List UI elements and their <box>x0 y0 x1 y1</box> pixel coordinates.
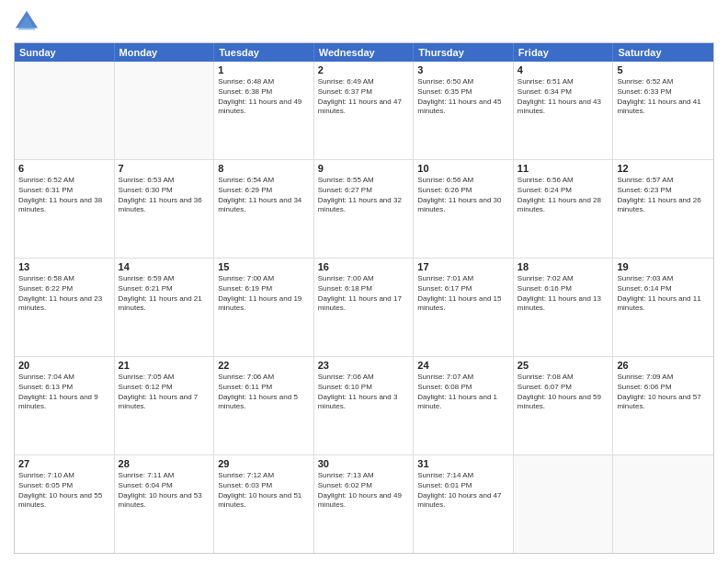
header-day-monday: Monday <box>115 43 215 62</box>
day-cell-12: 12Sunrise: 6:57 AM Sunset: 6:23 PM Dayli… <box>613 160 713 258</box>
day-number: 1 <box>218 64 310 75</box>
calendar-body: 1Sunrise: 6:48 AM Sunset: 6:38 PM Daylig… <box>15 62 713 553</box>
day-number: 5 <box>617 64 710 75</box>
header-day-wednesday: Wednesday <box>314 43 415 62</box>
calendar-header: SundayMondayTuesdayWednesdayThursdayFrid… <box>15 43 713 62</box>
day-number: 3 <box>417 64 509 75</box>
day-number: 24 <box>417 360 509 371</box>
day-number: 19 <box>617 261 710 272</box>
calendar-row-4: 27Sunrise: 7:10 AM Sunset: 6:05 PM Dayli… <box>15 454 713 553</box>
cell-info: Sunrise: 7:06 AM Sunset: 6:10 PM Dayligh… <box>318 373 410 412</box>
cell-info: Sunrise: 6:59 AM Sunset: 6:21 PM Dayligh… <box>119 274 210 314</box>
day-cell-13: 13Sunrise: 6:58 AM Sunset: 6:22 PM Dayli… <box>15 259 115 356</box>
day-cell-7: 7Sunrise: 6:53 AM Sunset: 6:30 PM Daylig… <box>115 160 215 258</box>
cell-info: Sunrise: 6:53 AM Sunset: 6:30 PM Dayligh… <box>119 176 210 215</box>
calendar-row-0: 1Sunrise: 6:48 AM Sunset: 6:38 PM Daylig… <box>15 62 713 159</box>
cell-info: Sunrise: 6:58 AM Sunset: 6:22 PM Dayligh… <box>18 274 110 314</box>
header-day-thursday: Thursday <box>414 43 514 62</box>
day-number: 6 <box>18 163 110 174</box>
day-number: 31 <box>417 458 509 469</box>
day-cell-9: 9Sunrise: 6:55 AM Sunset: 6:27 PM Daylig… <box>314 160 415 258</box>
empty-cell <box>115 62 215 159</box>
cell-info: Sunrise: 7:03 AM Sunset: 6:14 PM Dayligh… <box>617 274 710 314</box>
cell-info: Sunrise: 6:49 AM Sunset: 6:37 PM Dayligh… <box>318 77 410 117</box>
day-number: 15 <box>218 261 310 272</box>
cell-info: Sunrise: 7:00 AM Sunset: 6:19 PM Dayligh… <box>218 274 310 314</box>
day-cell-3: 3Sunrise: 6:50 AM Sunset: 6:35 PM Daylig… <box>414 62 514 159</box>
day-number: 17 <box>417 261 509 272</box>
logo <box>14 9 43 35</box>
day-cell-27: 27Sunrise: 7:10 AM Sunset: 6:05 PM Dayli… <box>15 455 115 553</box>
header-day-tuesday: Tuesday <box>214 43 314 62</box>
cell-info: Sunrise: 6:48 AM Sunset: 6:38 PM Dayligh… <box>218 77 310 117</box>
day-cell-19: 19Sunrise: 7:03 AM Sunset: 6:14 PM Dayli… <box>613 259 713 356</box>
day-cell-17: 17Sunrise: 7:01 AM Sunset: 6:17 PM Dayli… <box>414 259 514 356</box>
cell-info: Sunrise: 6:57 AM Sunset: 6:23 PM Dayligh… <box>617 176 710 215</box>
day-number: 26 <box>617 360 710 371</box>
day-cell-28: 28Sunrise: 7:11 AM Sunset: 6:04 PM Dayli… <box>115 455 215 553</box>
day-number: 8 <box>218 163 310 174</box>
day-cell-24: 24Sunrise: 7:07 AM Sunset: 6:08 PM Dayli… <box>414 357 514 454</box>
cell-info: Sunrise: 7:04 AM Sunset: 6:13 PM Dayligh… <box>18 373 110 412</box>
cell-info: Sunrise: 6:52 AM Sunset: 6:31 PM Dayligh… <box>18 176 110 215</box>
cell-info: Sunrise: 6:55 AM Sunset: 6:27 PM Dayligh… <box>318 176 410 215</box>
header-day-sunday: Sunday <box>15 43 115 62</box>
day-cell-30: 30Sunrise: 7:13 AM Sunset: 6:02 PM Dayli… <box>314 455 415 553</box>
day-number: 25 <box>518 360 609 371</box>
cell-info: Sunrise: 7:00 AM Sunset: 6:18 PM Dayligh… <box>318 274 410 314</box>
day-cell-29: 29Sunrise: 7:12 AM Sunset: 6:03 PM Dayli… <box>214 455 314 553</box>
day-cell-22: 22Sunrise: 7:06 AM Sunset: 6:11 PM Dayli… <box>214 357 314 454</box>
day-number: 28 <box>119 458 210 469</box>
day-number: 2 <box>318 64 410 75</box>
header <box>14 9 714 35</box>
day-cell-23: 23Sunrise: 7:06 AM Sunset: 6:10 PM Dayli… <box>314 357 415 454</box>
cell-info: Sunrise: 7:10 AM Sunset: 6:05 PM Dayligh… <box>18 471 110 511</box>
day-number: 11 <box>518 163 609 174</box>
day-number: 14 <box>119 261 210 272</box>
cell-info: Sunrise: 6:51 AM Sunset: 6:34 PM Dayligh… <box>518 77 609 117</box>
day-number: 9 <box>318 163 410 174</box>
day-number: 16 <box>318 261 410 272</box>
day-cell-15: 15Sunrise: 7:00 AM Sunset: 6:19 PM Dayli… <box>214 259 314 356</box>
day-cell-26: 26Sunrise: 7:09 AM Sunset: 6:06 PM Dayli… <box>613 357 713 454</box>
page: SundayMondayTuesdayWednesdayThursdayFrid… <box>0 0 728 563</box>
calendar-row-3: 20Sunrise: 7:04 AM Sunset: 6:13 PM Dayli… <box>15 356 713 454</box>
cell-info: Sunrise: 6:56 AM Sunset: 6:26 PM Dayligh… <box>417 176 509 215</box>
day-number: 29 <box>218 458 310 469</box>
calendar-row-2: 13Sunrise: 6:58 AM Sunset: 6:22 PM Dayli… <box>15 258 713 356</box>
empty-cell <box>514 455 614 553</box>
cell-info: Sunrise: 6:52 AM Sunset: 6:33 PM Dayligh… <box>617 77 710 117</box>
day-cell-14: 14Sunrise: 6:59 AM Sunset: 6:21 PM Dayli… <box>115 259 215 356</box>
day-number: 13 <box>18 261 110 272</box>
day-cell-1: 1Sunrise: 6:48 AM Sunset: 6:38 PM Daylig… <box>214 62 314 159</box>
cell-info: Sunrise: 7:07 AM Sunset: 6:08 PM Dayligh… <box>417 373 509 412</box>
header-day-friday: Friday <box>514 43 614 62</box>
day-number: 4 <box>518 64 609 75</box>
cell-info: Sunrise: 7:12 AM Sunset: 6:03 PM Dayligh… <box>218 471 310 511</box>
day-number: 21 <box>119 360 210 371</box>
empty-cell <box>15 62 115 159</box>
day-cell-5: 5Sunrise: 6:52 AM Sunset: 6:33 PM Daylig… <box>613 62 713 159</box>
day-number: 18 <box>518 261 609 272</box>
cell-info: Sunrise: 7:01 AM Sunset: 6:17 PM Dayligh… <box>417 274 509 314</box>
day-cell-25: 25Sunrise: 7:08 AM Sunset: 6:07 PM Dayli… <box>514 357 614 454</box>
cell-info: Sunrise: 6:54 AM Sunset: 6:29 PM Dayligh… <box>218 176 310 215</box>
day-cell-16: 16Sunrise: 7:00 AM Sunset: 6:18 PM Dayli… <box>314 259 415 356</box>
cell-info: Sunrise: 7:05 AM Sunset: 6:12 PM Dayligh… <box>119 373 210 412</box>
calendar: SundayMondayTuesdayWednesdayThursdayFrid… <box>14 42 714 554</box>
empty-cell <box>613 455 713 553</box>
day-cell-18: 18Sunrise: 7:02 AM Sunset: 6:16 PM Dayli… <box>514 259 614 356</box>
cell-info: Sunrise: 7:14 AM Sunset: 6:01 PM Dayligh… <box>417 471 509 511</box>
day-cell-4: 4Sunrise: 6:51 AM Sunset: 6:34 PM Daylig… <box>514 62 614 159</box>
cell-info: Sunrise: 7:06 AM Sunset: 6:11 PM Dayligh… <box>218 373 310 412</box>
day-cell-6: 6Sunrise: 6:52 AM Sunset: 6:31 PM Daylig… <box>15 160 115 258</box>
cell-info: Sunrise: 7:08 AM Sunset: 6:07 PM Dayligh… <box>518 373 609 412</box>
cell-info: Sunrise: 6:56 AM Sunset: 6:24 PM Dayligh… <box>518 176 609 215</box>
day-number: 30 <box>318 458 410 469</box>
day-cell-31: 31Sunrise: 7:14 AM Sunset: 6:01 PM Dayli… <box>414 455 514 553</box>
day-number: 10 <box>417 163 509 174</box>
cell-info: Sunrise: 7:09 AM Sunset: 6:06 PM Dayligh… <box>617 373 710 412</box>
cell-info: Sunrise: 7:02 AM Sunset: 6:16 PM Dayligh… <box>518 274 609 314</box>
day-number: 23 <box>318 360 410 371</box>
cell-info: Sunrise: 7:13 AM Sunset: 6:02 PM Dayligh… <box>318 471 410 511</box>
